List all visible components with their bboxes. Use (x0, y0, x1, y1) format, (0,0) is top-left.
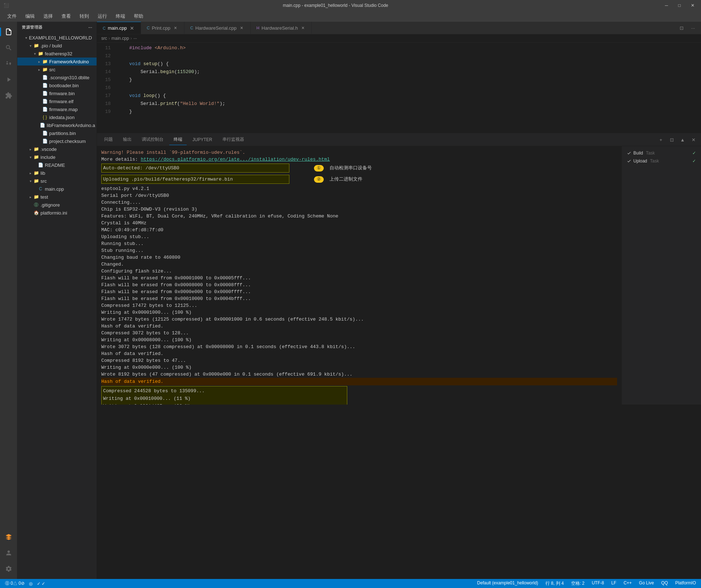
panel-tab-jupyter[interactable]: JUPYTER (188, 135, 217, 145)
term-flash-erase-4: Flash will be erased from 0x00010000 to … (101, 295, 617, 302)
tree-partitions-bin[interactable]: 📄 partitions.bin (17, 129, 97, 137)
menu-terminal[interactable]: 终端 (112, 12, 129, 21)
tree-vscode[interactable]: ▸ 📁 .vscode (17, 145, 97, 153)
src-outer-arrow: ▾ (27, 178, 33, 184)
code-content[interactable]: #include <Arduino.h> void setup() { Seri… (115, 44, 701, 132)
add-terminal-btn[interactable]: + (656, 135, 666, 144)
close-btn[interactable]: ✕ (688, 3, 697, 8)
window-controls[interactable]: ─ □ ✕ (662, 3, 697, 8)
tree-src-inner[interactable]: ▸ 📁 src (17, 65, 97, 73)
tab-print-cpp-close[interactable]: × (173, 25, 178, 31)
split-terminal-btn[interactable]: ⊡ (667, 135, 676, 144)
split-editor-btn[interactable]: ⊡ (676, 23, 687, 33)
activity-files[interactable] (1, 25, 16, 39)
status-eol[interactable]: LF (610, 580, 618, 587)
tree-featheresp32[interactable]: ▾ 📁 featheresp32 (17, 50, 97, 58)
breadcrumb-src[interactable]: src (101, 36, 107, 41)
 (27, 202, 33, 208)
panel-tab-output[interactable]: 输出 (119, 134, 136, 145)
tab-hardwareserial-cpp[interactable]: C HardwareSerial.cpp × (184, 22, 251, 34)
breadcrumb-more[interactable]: ··· (133, 36, 137, 41)
include-arrow: ▾ (27, 154, 33, 160)
maximize-btn[interactable]: □ (675, 3, 684, 8)
tab-hardwareserial-cpp-close[interactable]: × (239, 25, 245, 31)
upload-task[interactable]: Upload Task ✓ (625, 157, 698, 165)
tree-src-outer[interactable]: ▾ 📁 src (17, 177, 97, 185)
panel-tab-serial[interactable]: 串行监视器 (218, 134, 248, 145)
root-arrow: ▾ (23, 35, 29, 41)
status-project[interactable]: Default (example01_helloworld) (476, 580, 540, 587)
tree-readme[interactable]: 📄 README (17, 161, 97, 169)
tree-gitignore[interactable]: ⓪ .gitignore (17, 201, 97, 209)
term-write-1a: Writing at 0x00001000... (100 %) (101, 309, 617, 316)
test-label: test (41, 194, 95, 200)
terminal-content[interactable]: Warning! Please install `99-platformio-u… (97, 146, 621, 405)
tree-idedata-json[interactable]: { } idedata.json (17, 113, 97, 121)
tree-firmware-map[interactable]: 📄 firmware.map (17, 105, 97, 113)
tab-main-cpp-close[interactable]: ✕ (129, 25, 135, 31)
tree-main-cpp[interactable]: C main.cpp (17, 185, 97, 193)
tab-hardwareserial-h-close[interactable]: × (300, 25, 306, 31)
build-task[interactable]: Build Task ✓ (625, 149, 698, 157)
status-line-col[interactable]: 行 8, 列 4 (544, 580, 565, 587)
menu-edit[interactable]: 编辑 (22, 12, 38, 21)
menu-run[interactable]: 运行 (94, 12, 111, 21)
activity-run[interactable] (1, 72, 16, 87)
folder-icon: 📁 (33, 170, 39, 176)
menu-view[interactable]: 查看 (58, 12, 75, 21)
menu-file[interactable]: 文件 (4, 12, 20, 21)
menu-goto[interactable]: 转到 (76, 12, 93, 21)
status-qq[interactable]: QQ (660, 580, 670, 587)
term-hash-3: Hash of data verified. (101, 378, 617, 385)
breadcrumb-main-cpp[interactable]: main.cpp (111, 36, 129, 41)
tree-pio-build[interactable]: ▾ 📁 .pio / build (17, 42, 97, 50)
panel-tab-debug[interactable]: 调试控制台 (137, 134, 168, 145)
tree-libframework[interactable]: 📄 libFrameworkArduino.a (17, 121, 97, 129)
menu-select[interactable]: 选择 (40, 12, 56, 21)
tree-include[interactable]: ▾ 📁 include (17, 153, 97, 161)
minimize-btn[interactable]: ─ (662, 3, 671, 8)
term-chip: Chip is ESP32-D0WD-V3 (revision 3) (101, 206, 617, 213)
test-arrow: ▸ (27, 194, 33, 200)
activity-account[interactable] (1, 546, 16, 560)
activity-search[interactable] (1, 41, 16, 55)
tree-bootloader-bin[interactable]: 📄 bootloader.bin (17, 81, 97, 89)
sidebar-more-btn[interactable]: ··· (88, 25, 92, 30)
activity-source-control[interactable] (1, 56, 16, 71)
status-sync[interactable]: ◎ (27, 581, 34, 586)
readme-label: README (45, 162, 95, 168)
maximize-panel-btn[interactable]: ▲ (678, 135, 687, 144)
status-errors[interactable]: ✓ ✓ (35, 581, 47, 586)
activity-extensions[interactable] (1, 88, 16, 103)
status-encoding[interactable]: UTF-8 (590, 580, 606, 587)
sidebar: 资源管理器 ··· ▾ EXAMPLE01_HELLOWORLD ▾ 📁 .pi… (17, 22, 97, 579)
status-branch[interactable]: ⓪ 0△ 0⊘ (4, 580, 26, 587)
tree-sconsign[interactable]: 📄 .sconsign310.dblite (17, 73, 97, 81)
tree-lib[interactable]: ▸ 📁 lib (17, 169, 97, 177)
status-spaces[interactable]: 空格: 2 (570, 580, 586, 587)
tab-print-cpp-label: Print.cpp (152, 25, 170, 31)
tree-platformio-ini[interactable]: 🏠 platformio.ini (17, 209, 97, 217)
term-url[interactable]: https://docs.platformio.org/en/late.../i… (141, 157, 330, 162)
status-golive[interactable]: Go Live (638, 580, 655, 587)
tree-framework-arduino[interactable]: ▸ 📁 FrameworkArduino (17, 58, 97, 65)
src-outer-label: src (41, 178, 95, 184)
tab-main-cpp[interactable]: C main.cpp ✕ (97, 22, 141, 34)
close-panel-btn[interactable]: ✕ (689, 135, 698, 144)
status-language[interactable]: C++ (622, 580, 633, 587)
panel-tab-problems[interactable]: 问题 (100, 134, 117, 145)
more-actions-btn[interactable]: ··· (688, 23, 698, 33)
status-platformio-bottom[interactable]: PlatformIO (674, 580, 697, 587)
activity-settings[interactable] (1, 562, 16, 576)
panel-tab-terminal[interactable]: 终端 (169, 134, 187, 145)
tree-test[interactable]: ▸ 📁 test (17, 193, 97, 201)
tree-firmware-elf[interactable]: 📄 firmware.elf (17, 97, 97, 105)
activity-platformio[interactable] (1, 530, 16, 544)
tree-project-checksum[interactable]: 📄 project.checksum (17, 137, 97, 145)
code-line-12 (118, 52, 701, 60)
tree-root[interactable]: ▾ EXAMPLE01_HELLOWORLD (17, 34, 97, 42)
tab-hardwareserial-h[interactable]: H HardwareSerial.h × (251, 22, 312, 34)
menu-help[interactable]: 帮助 (130, 12, 147, 21)
tree-firmware-bin[interactable]: 📄 firmware.bin (17, 89, 97, 97)
tab-print-cpp[interactable]: C Print.cpp × (141, 22, 184, 34)
